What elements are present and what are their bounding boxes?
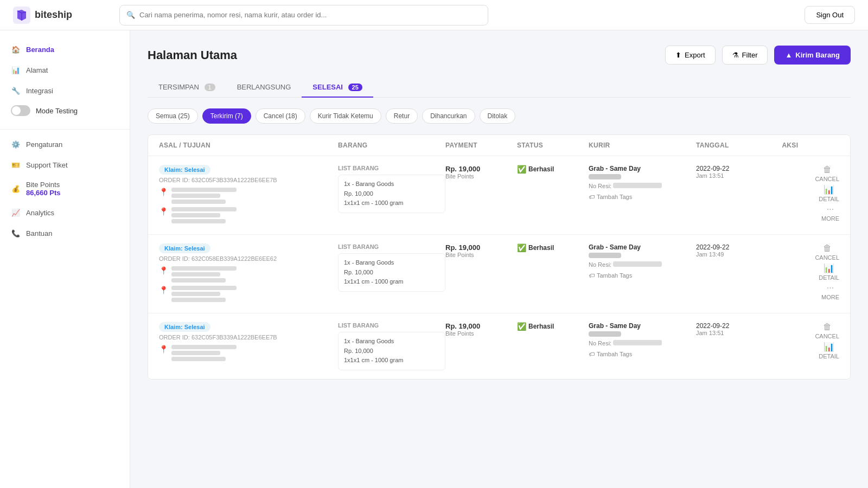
- tab-tersimpan-badge: 1: [205, 84, 215, 91]
- row-tanggal: 2022-09-22 Jam 13:51: [696, 165, 782, 179]
- mode-testing-row: Mode Testing: [0, 101, 130, 120]
- sign-out-button[interactable]: Sign Out: [805, 6, 855, 24]
- table-row: Klaim: Selesai ORDER ID: 632C05F3B339A12…: [148, 156, 850, 235]
- sidebar-item-bite-points[interactable]: 💰 Bite Points 86,660 Pts: [0, 175, 130, 202]
- origin-pin-icon: 📍: [159, 266, 168, 275]
- tab-selesai[interactable]: SELESAI 25: [302, 78, 373, 98]
- table-row: Klaim: Selesai ORDER ID: 632C058EB339A12…: [148, 235, 850, 313]
- sidebar-item-support-tiket[interactable]: 🎫 Support Tiket: [0, 155, 130, 175]
- origin-pin-icon: 📍: [159, 188, 168, 196]
- more-icon: ···: [827, 283, 834, 293]
- pill-dihancurkan[interactable]: Dihancurkan: [422, 108, 475, 124]
- no-resi: No Resi:: [589, 340, 696, 346]
- cancel-button[interactable]: 🗑 CANCEL: [815, 322, 839, 339]
- analytics-icon: 📈: [11, 208, 21, 217]
- row-barang: LIST BARANG 1x - Barang Goods Rp. 10,000…: [338, 165, 445, 213]
- pill-semua[interactable]: Semua (25): [148, 108, 198, 124]
- pengaturan-icon: ⚙️: [11, 139, 21, 149]
- tabs: TERSIMPAN 1 BERLANGSUNG SELESAI 25: [148, 78, 851, 98]
- export-button[interactable]: ⬆ Export: [665, 46, 716, 65]
- row-kurir: Grab - Same Day No Resi: 🏷 Tambah Tags: [589, 243, 696, 279]
- search-bar[interactable]: 🔍: [119, 5, 488, 25]
- alamat-icon: 📊: [11, 65, 21, 75]
- tab-tersimpan[interactable]: TERSIMPAN 1: [148, 78, 226, 98]
- row-payment: Rp. 19,000 Bite Points: [445, 165, 517, 179]
- row-aksi: 🗑 CANCEL 📊 DETAIL ··· MORE: [782, 165, 839, 222]
- row-tanggal: 2022-09-22 Jam 13:49: [696, 243, 782, 258]
- row-aksi: 🗑 CANCEL 📊 DETAIL ··· MORE: [782, 243, 839, 300]
- origin-address: [171, 266, 237, 282]
- order-id: ORDER ID: 632C05F3B339A1222BE6EE7B: [159, 334, 338, 341]
- row-status: ✅ Berhasil: [517, 165, 589, 174]
- sidebar-item-pengaturan[interactable]: ⚙️ Pengaturan: [0, 134, 130, 155]
- dest-address: [171, 286, 237, 302]
- row-status: ✅ Berhasil: [517, 243, 589, 252]
- origin-pin-icon: 📍: [159, 345, 168, 354]
- home-icon: 🏠: [11, 44, 21, 54]
- row-payment: Rp. 19,000 Bite Points: [445, 322, 517, 337]
- kurir-logo: [589, 253, 621, 258]
- cancel-button[interactable]: 🗑 CANCEL: [815, 243, 839, 261]
- integrasi-icon: 🔧: [11, 86, 21, 95]
- row-aksi: 🗑 CANCEL 📊 DETAIL: [782, 322, 839, 359]
- kurir-logo: [589, 174, 621, 179]
- tab-berlangsung[interactable]: BERLANGSUNG: [226, 78, 302, 98]
- filter-pills: Semua (25) Terkirim (7) Cancel (18) Kuri…: [148, 108, 851, 124]
- more-button[interactable]: ··· MORE: [821, 204, 839, 222]
- sidebar-item-alamat[interactable]: 📊 Alamat: [0, 60, 130, 80]
- col-kurir: KURIR: [589, 142, 696, 149]
- filter-button[interactable]: ⚗ Filter: [722, 46, 768, 65]
- tambah-tags[interactable]: 🏷 Tambah Tags: [589, 351, 696, 357]
- row-barang: LIST BARANG 1x - Barang Goods Rp. 10,000…: [338, 322, 445, 370]
- tag-icon: 🏷: [589, 272, 595, 279]
- pill-retur[interactable]: Retur: [386, 108, 418, 124]
- col-asal-tujuan: ASAL / TUJUAN: [159, 142, 338, 149]
- detail-icon: 📊: [824, 342, 834, 352]
- pill-cancel[interactable]: Cancel (18): [256, 108, 305, 124]
- search-input[interactable]: [139, 11, 481, 19]
- origin-address: [171, 188, 237, 204]
- row-asal-tujuan: Klaim: Selesai ORDER ID: 632C058EB339A12…: [159, 243, 338, 304]
- table-row: Klaim: Selesai ORDER ID: 632C05F3B339A12…: [148, 313, 850, 379]
- detail-button[interactable]: 📊 DETAIL: [819, 263, 839, 281]
- filter-icon: ⚗: [732, 51, 739, 59]
- col-status: STATUS: [517, 142, 589, 149]
- points-icon: 💰: [11, 184, 21, 194]
- pill-kurir-tidak-ketemu[interactable]: Kurir Tidak Ketemu: [310, 108, 381, 124]
- detail-icon: 📊: [824, 263, 834, 273]
- page-title: Halaman Utama: [148, 48, 237, 62]
- claim-badge: Klaim: Selesai: [159, 243, 210, 253]
- order-id: ORDER ID: 632C058EB339A1222BE6EE62: [159, 255, 338, 262]
- sidebar-item-integrasi[interactable]: 🔧 Integrasi: [0, 80, 130, 101]
- row-tanggal: 2022-09-22 Jam 13:51: [696, 322, 782, 336]
- tambah-tags[interactable]: 🏷 Tambah Tags: [589, 194, 696, 200]
- row-status: ✅ Berhasil: [517, 322, 589, 331]
- detail-button[interactable]: 📊 DETAIL: [819, 342, 839, 359]
- check-icon: ✅: [517, 322, 526, 331]
- claim-badge: Klaim: Selesai: [159, 322, 210, 332]
- trash-icon: 🗑: [823, 165, 832, 175]
- sidebar-item-bantuan[interactable]: 📞 Bantuan: [0, 223, 130, 243]
- more-icon: ···: [827, 204, 834, 214]
- sidebar-item-analytics[interactable]: 📈 Analytics: [0, 202, 130, 223]
- detail-button[interactable]: 📊 DETAIL: [819, 184, 839, 202]
- pill-ditolak[interactable]: Ditolak: [480, 108, 516, 124]
- no-resi: No Resi:: [589, 261, 696, 268]
- row-kurir: Grab - Same Day No Resi: 🏷 Tambah Tags: [589, 322, 696, 357]
- kirim-barang-button[interactable]: ▲ Kirim Barang: [774, 46, 851, 65]
- more-button[interactable]: ··· MORE: [821, 283, 839, 300]
- row-asal-tujuan: Klaim: Selesai ORDER ID: 632C05F3B339A12…: [159, 165, 338, 226]
- trash-icon: 🗑: [823, 322, 832, 332]
- col-barang: BARANG: [338, 142, 445, 149]
- origin-address: [171, 345, 237, 361]
- mode-testing-toggle[interactable]: [11, 105, 30, 116]
- tambah-tags[interactable]: 🏷 Tambah Tags: [589, 272, 696, 279]
- dest-pin-icon: 📍: [159, 286, 168, 294]
- sidebar-item-beranda[interactable]: 🏠 Beranda: [0, 39, 130, 60]
- barang-item: 1x - Barang Goods Rp. 10,000 1x1x1 cm - …: [338, 253, 445, 292]
- pill-terkirim[interactable]: Terkirim (7): [202, 108, 251, 124]
- tag-icon: 🏷: [589, 194, 595, 200]
- col-payment: PAYMENT: [445, 142, 517, 149]
- cancel-button[interactable]: 🗑 CANCEL: [815, 165, 839, 182]
- barang-item: 1x - Barang Goods Rp. 10,000 1x1x1 cm - …: [338, 175, 445, 213]
